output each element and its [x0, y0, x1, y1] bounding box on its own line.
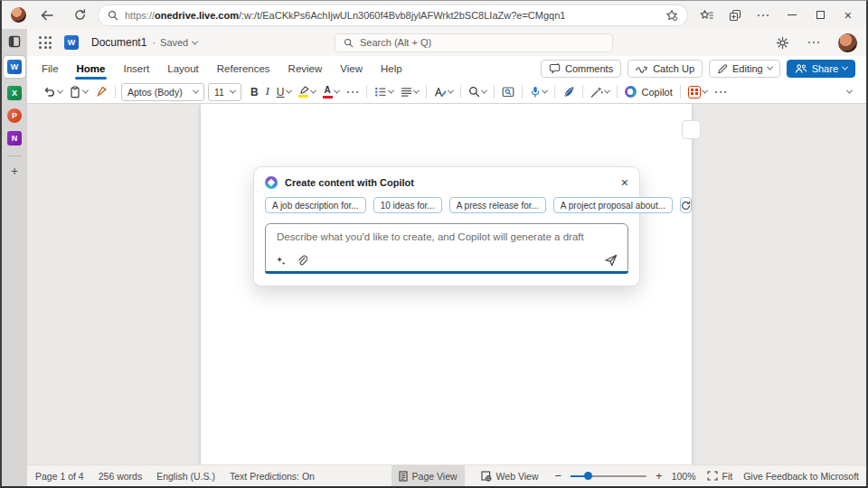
refresh-suggestions-button[interactable]: [680, 197, 692, 213]
tab-home[interactable]: Home: [76, 61, 107, 77]
language-status[interactable]: English (U.S.): [156, 471, 215, 482]
word-icon: W: [7, 60, 22, 74]
tab-references[interactable]: References: [216, 61, 271, 77]
web-view-button[interactable]: Web View: [474, 465, 546, 486]
suggestion-chip[interactable]: A press release for...: [449, 197, 546, 213]
back-button[interactable]: [37, 5, 57, 25]
header-more-icon[interactable]: [807, 41, 820, 44]
undo-button[interactable]: [43, 86, 62, 98]
close-icon[interactable]: ×: [621, 176, 628, 189]
zoom-level[interactable]: 100%: [672, 471, 696, 482]
suggestion-chip[interactable]: A project proposal about...: [553, 197, 673, 213]
chevron-down-icon: [447, 88, 453, 94]
address-bar[interactable]: https://onedrive.live.com/:w:/t/EaCKkPs6…: [99, 5, 687, 25]
font-size-select[interactable]: 11: [208, 83, 241, 101]
tab-help[interactable]: Help: [380, 61, 403, 77]
dictate-button[interactable]: [530, 86, 547, 99]
browser-menu-icon[interactable]: [757, 14, 769, 17]
divider: [366, 85, 367, 99]
collections-icon[interactable]: [729, 9, 741, 22]
font-name-select[interactable]: Aptos (Body): [121, 83, 204, 101]
catch-up-button[interactable]: Catch Up: [627, 60, 703, 78]
maximize-icon[interactable]: [816, 11, 825, 19]
word-count-status[interactable]: 256 words: [99, 471, 142, 482]
browser-action-icons: [700, 9, 769, 22]
more-font-options-button[interactable]: [346, 90, 359, 94]
zoom-in-button[interactable]: +: [656, 470, 663, 482]
minimize-icon[interactable]: [788, 14, 797, 15]
chevron-down-icon: [193, 88, 199, 94]
app-launcher-icon[interactable]: [39, 36, 52, 49]
font-color-button[interactable]: A: [323, 86, 339, 99]
chevron-down-icon: [387, 88, 393, 94]
document-title[interactable]: Document1: [91, 36, 146, 49]
page-view-button[interactable]: Page View: [392, 465, 465, 486]
margin-comment-button[interactable]: [682, 120, 701, 139]
editor-button[interactable]: [562, 86, 575, 98]
collapse-ribbon-button[interactable]: [847, 89, 852, 94]
zoom-slider-thumb[interactable]: [584, 472, 592, 480]
alignment-button[interactable]: [401, 87, 419, 98]
sparkle-icon[interactable]: [276, 256, 287, 267]
save-status[interactable]: · Saved: [152, 37, 197, 48]
add-ins-icon: [688, 86, 701, 99]
tab-file[interactable]: File: [41, 61, 60, 77]
word-header: W Document1 · Saved Search (Alt + Q): [27, 29, 866, 56]
find-button[interactable]: [468, 86, 486, 98]
browser-profile-avatar[interactable]: [11, 7, 26, 23]
sidebar-item-excel[interactable]: X: [7, 86, 22, 100]
window-controls: ×: [788, 9, 852, 22]
sidebar-divider: [7, 155, 22, 156]
editing-mode-button[interactable]: Editing: [709, 60, 780, 78]
add-app-button[interactable]: +: [11, 164, 18, 177]
word-logo-icon[interactable]: W: [64, 35, 79, 50]
copilot-button[interactable]: Copilot: [625, 86, 673, 98]
share-button[interactable]: Share: [787, 60, 855, 78]
fit-button[interactable]: Fit: [705, 465, 735, 486]
page-count-status[interactable]: Page 1 of 4: [35, 471, 84, 482]
text-predictions-status[interactable]: Text Predictions: On: [230, 471, 315, 482]
bullet-list-button[interactable]: [374, 86, 393, 98]
settings-gear-icon[interactable]: [776, 36, 789, 50]
favorites-icon[interactable]: [700, 9, 713, 22]
underline-button[interactable]: U: [277, 86, 291, 99]
add-favorite-icon[interactable]: [665, 9, 678, 22]
format-painter-button[interactable]: [95, 86, 108, 98]
send-icon[interactable]: [604, 254, 618, 267]
search-box[interactable]: Search (Alt + Q): [335, 33, 613, 52]
styles-button[interactable]: [434, 86, 453, 98]
highlight-color-button[interactable]: [298, 86, 316, 98]
sidebar-item-powerpoint[interactable]: P: [7, 108, 22, 123]
tab-layout[interactable]: Layout: [166, 61, 200, 77]
chevron-down-icon: [57, 88, 63, 94]
zoom-out-button[interactable]: −: [554, 470, 561, 482]
paste-button[interactable]: [70, 86, 88, 99]
status-left: Page 1 of 4 256 words English (U.S.) Tex…: [35, 471, 315, 482]
sidebar-item-word[interactable]: W: [4, 56, 25, 78]
account-avatar[interactable]: [838, 33, 857, 52]
suggestion-chip[interactable]: 10 ideas for...: [373, 197, 442, 213]
italic-button[interactable]: I: [266, 85, 269, 99]
search-icon: [108, 10, 118, 21]
attach-paperclip-icon[interactable]: [297, 255, 307, 267]
zoom-slider[interactable]: [571, 475, 646, 477]
refresh-button[interactable]: [70, 5, 90, 25]
feedback-link[interactable]: Give Feedback to Microsoft: [743, 471, 859, 482]
suggestion-chip[interactable]: A job description for...: [265, 197, 366, 213]
web-view-icon: [481, 471, 492, 482]
tab-insert[interactable]: Insert: [122, 61, 150, 77]
onenote-icon: N: [12, 134, 18, 143]
tab-view[interactable]: View: [339, 61, 363, 77]
comments-button[interactable]: Comments: [541, 60, 621, 78]
copilot-prompt-input[interactable]: [266, 224, 627, 251]
search-icon: [344, 38, 354, 48]
auto-format-wand-button[interactable]: [590, 86, 609, 98]
toolbar-overflow-button[interactable]: [714, 90, 727, 94]
tab-review[interactable]: Review: [288, 61, 324, 77]
sidebar-item-onenote[interactable]: N: [7, 131, 22, 145]
reading-preview-button[interactable]: [502, 86, 514, 98]
bold-button[interactable]: B: [250, 86, 259, 99]
sidebar-panel-icon[interactable]: [8, 35, 21, 48]
close-icon[interactable]: ×: [844, 9, 852, 22]
add-ins-button[interactable]: [688, 86, 707, 99]
